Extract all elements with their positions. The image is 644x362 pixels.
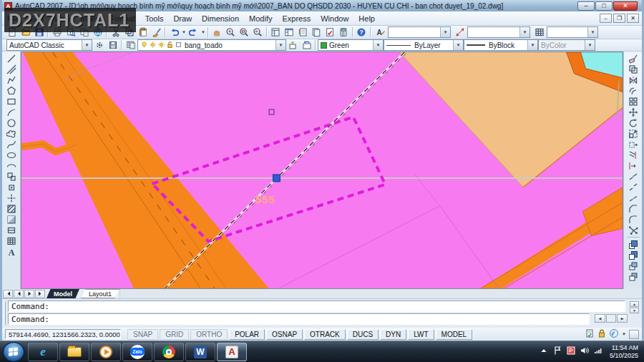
insert-block-button[interactable] [4,171,19,182]
region-button[interactable] [4,225,19,235]
chevron-down-icon[interactable]: ▼ [440,27,450,37]
taskbar-item-zalo[interactable]: Zalo [122,343,152,361]
bring-above-objects-button[interactable] [626,260,640,271]
tab-first-button[interactable] [3,290,13,298]
menu-dimension[interactable]: Dimension [197,13,244,24]
scroll-down-icon[interactable]: ▼ [630,308,639,313]
toolbar-lock-icon[interactable] [597,328,607,340]
tray-expand-icon[interactable] [539,346,549,358]
chevron-down-icon[interactable]: ▼ [201,30,205,34]
send-to-back-button[interactable] [626,250,640,260]
offset-button[interactable] [626,85,640,96]
mdi-close-button[interactable]: ✕ [627,14,639,23]
arc-button[interactable] [4,107,19,117]
zoom-window-button[interactable] [238,26,251,39]
standards-icon[interactable] [585,328,595,340]
layer-properties-manager-button[interactable] [124,39,137,52]
pan-button[interactable] [210,26,224,39]
paste-button[interactable] [136,26,150,39]
construction-line-button[interactable] [4,64,19,74]
menu-modify[interactable]: Modify [244,13,277,24]
explode-button[interactable] [626,225,640,235]
menu-tools[interactable]: Tools [140,13,169,24]
taskbar-item-internet-explorer[interactable]: e [28,343,58,361]
bring-to-front-button[interactable] [626,239,640,250]
command-input-line[interactable]: Command: [8,313,590,325]
linetype-combo[interactable]: ByLayer ▼ [384,39,464,51]
menu-express[interactable]: Express [277,13,316,24]
scroll-left-icon[interactable]: ◀ [595,314,605,323]
hatch-button[interactable] [4,203,19,214]
redo-button[interactable] [187,26,200,39]
toggle-model[interactable]: MODEL [436,329,473,340]
toggle-ducs[interactable]: DUCS [347,329,379,340]
trim-button[interactable] [626,150,640,160]
multiline-text-button[interactable]: A [4,246,19,257]
layer-combo[interactable]: bang_toado ▼ [137,39,286,51]
sheetset-manager-button[interactable] [310,26,323,39]
tab-last-button[interactable] [35,290,45,298]
designcenter-button[interactable] [283,26,296,39]
join-button[interactable] [626,192,640,203]
scroll-up-icon[interactable]: ▲ [630,301,639,307]
markup-manager-button[interactable] [323,26,337,39]
tray-chevron-down-icon[interactable]: ▼ [622,332,626,336]
input-indicator-icon[interactable] [566,346,576,358]
swatch-white-icon[interactable] [175,41,182,50]
network-icon[interactable] [593,346,603,358]
match-properties-button[interactable] [150,26,163,39]
rotate-button[interactable] [626,117,640,128]
chevron-down-icon[interactable]: ▼ [519,27,530,37]
make-object-layer-current-button[interactable] [286,39,300,52]
send-under-objects-button[interactable] [626,271,640,282]
polygon-button[interactable] [4,85,19,96]
command-scrollbar[interactable]: ▲ ▼ [630,301,639,313]
gradient-button[interactable] [4,214,19,225]
ellipse-button[interactable] [4,150,19,160]
tab-prev-button[interactable] [14,290,24,298]
undo-button[interactable] [167,26,181,39]
chevron-down-icon[interactable]: ▼ [373,40,383,50]
point-button[interactable] [4,192,19,203]
close-button[interactable]: ✕ [613,1,638,11]
workspace-combo[interactable]: AutoCAD Classic ▼ [6,39,92,51]
spline-button[interactable] [4,139,19,150]
extend-button[interactable] [626,160,640,171]
coordinate-readout[interactable]: 579144.4690, 1231566.2323, 0.0000 [5,329,121,339]
taskbar-item-windows-explorer[interactable] [59,343,89,361]
command-hscrollbar[interactable]: ◀ ▶ [595,314,628,323]
toggle-snap[interactable]: SNAP [127,329,158,340]
table-button[interactable] [4,235,19,246]
mdi-restore-button[interactable]: ❐ [613,14,625,23]
toggle-otrack[interactable]: OTRACK [304,329,346,340]
chevron-down-icon[interactable]: ▼ [275,40,286,50]
layer-previous-button[interactable] [300,39,313,52]
rectangle-button[interactable] [4,96,19,107]
tab-model[interactable]: Model [47,289,79,298]
mirror-button[interactable] [626,74,640,85]
grip-point[interactable] [273,175,280,182]
tab-layout1[interactable]: Layout1 [81,289,119,298]
minimize-button[interactable]: – [577,1,595,11]
sun-icon[interactable] [149,41,157,50]
zoom-realtime-button[interactable] [224,26,238,39]
break-at-point-button[interactable] [626,171,640,182]
dim-style-combo[interactable]: ▼ [467,26,530,38]
taskbar-item-word[interactable]: W [185,343,215,361]
scroll-right-icon[interactable]: ▶ [617,314,628,323]
mdi-minimize-button[interactable]: – [600,14,612,23]
chevron-down-icon[interactable]: ▼ [82,40,92,50]
lock-open-icon[interactable] [166,41,174,50]
toggle-osnap[interactable]: OSNAP [266,329,303,340]
ellipse-arc-button[interactable] [4,160,19,171]
taskbar-item-chrome[interactable] [154,343,184,361]
volume-icon[interactable] [580,346,590,358]
move-button[interactable] [626,107,640,117]
toggle-dyn[interactable]: DYN [380,329,406,340]
clean-screen-button[interactable] [629,330,639,339]
start-button[interactable] [3,342,27,362]
array-button[interactable] [626,96,640,107]
lineweight-combo[interactable]: ByBlock ▼ [464,39,538,51]
toggle-polar[interactable]: POLAR [229,329,265,340]
scale-button[interactable] [626,128,640,139]
